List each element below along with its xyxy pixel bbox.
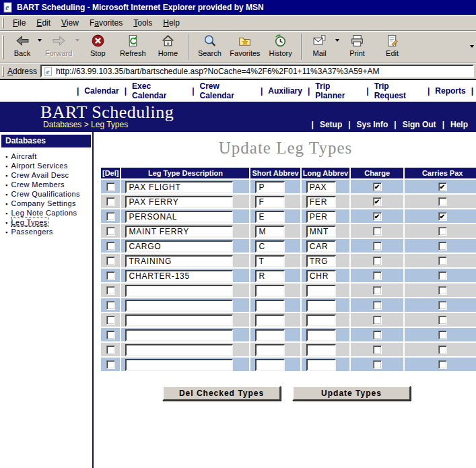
- toolbar-grip[interactable]: [2, 18, 4, 28]
- mail-dropdown-arrow[interactable]: [335, 39, 339, 42]
- toolbar-overflow-arrow[interactable]: [470, 45, 474, 48]
- carries-pax-checkbox[interactable]: [438, 242, 447, 250]
- top-nav-calendar[interactable]: Calendar: [84, 86, 118, 96]
- charge-checkbox[interactable]: [373, 271, 382, 280]
- menu-edit[interactable]: Edit: [31, 17, 56, 30]
- sidebar-item-company-settings[interactable]: ▪Company Settings: [0, 199, 92, 208]
- description-input[interactable]: [125, 270, 233, 282]
- update-types-button[interactable]: Update Types: [292, 386, 411, 401]
- carries-pax-checkbox[interactable]: [438, 301, 447, 310]
- sidebar-item-airport-services[interactable]: ▪Airport Services: [0, 161, 92, 170]
- top-nav-reports[interactable]: Reports: [435, 86, 465, 96]
- del-checkbox[interactable]: [106, 212, 115, 221]
- carries-pax-checkbox[interactable]: [438, 227, 447, 236]
- charge-checkbox[interactable]: [373, 286, 382, 295]
- menu-favorites[interactable]: Favorites: [84, 17, 128, 30]
- charge-checkbox[interactable]: [373, 360, 382, 369]
- history-button[interactable]: History: [263, 31, 298, 63]
- carries-pax-checkbox[interactable]: [438, 345, 447, 354]
- sidebar-item-crew-qualifications[interactable]: ▪Crew Qualifications: [0, 189, 92, 199]
- short-abbrev-input[interactable]: [255, 196, 285, 208]
- print-button[interactable]: Print: [340, 31, 375, 63]
- del-checkbox[interactable]: [106, 286, 115, 295]
- carries-pax-checkbox[interactable]: [438, 212, 447, 221]
- sidebar-item-aircraft[interactable]: ▪Aircraft: [0, 152, 92, 161]
- edit-button[interactable]: Edit: [375, 31, 410, 63]
- long-abbrev-input[interactable]: [306, 359, 336, 371]
- charge-checkbox[interactable]: [373, 182, 382, 191]
- del-checkbox[interactable]: [106, 257, 115, 265]
- carries-pax-checkbox[interactable]: [438, 271, 447, 280]
- charge-checkbox[interactable]: [373, 242, 382, 250]
- long-abbrev-input[interactable]: [306, 285, 336, 297]
- favorites-button[interactable]: Favorites: [227, 31, 263, 63]
- long-abbrev-input[interactable]: [306, 181, 336, 193]
- charge-checkbox[interactable]: [373, 257, 382, 265]
- charge-checkbox[interactable]: [373, 212, 382, 221]
- description-input[interactable]: [125, 196, 233, 208]
- top-nav-auxiliary[interactable]: Auxiliary: [268, 86, 302, 96]
- toolbar-grip[interactable]: [2, 35, 4, 59]
- long-abbrev-input[interactable]: [306, 226, 336, 238]
- top-nav-trip-planner[interactable]: Trip Planner: [315, 81, 361, 100]
- top-nav-trip-request[interactable]: Trip Request: [374, 81, 422, 100]
- description-input[interactable]: [125, 300, 233, 312]
- search-button[interactable]: Search: [192, 31, 227, 63]
- banner-link-sys-info[interactable]: Sys Info: [357, 120, 388, 129]
- short-abbrev-input[interactable]: [255, 329, 285, 341]
- description-input[interactable]: [125, 255, 233, 267]
- menu-view[interactable]: View: [56, 17, 84, 30]
- menu-help[interactable]: Help: [158, 17, 185, 30]
- short-abbrev-input[interactable]: [255, 314, 285, 327]
- top-nav-crew-calendar[interactable]: Crew Calendar: [200, 81, 255, 100]
- description-input[interactable]: [125, 226, 233, 238]
- sidebar-item-crew-avail-desc[interactable]: ▪Crew Avail Desc: [0, 170, 92, 180]
- short-abbrev-input[interactable]: [255, 211, 285, 223]
- sidebar-item-crew-members[interactable]: ▪Crew Members: [0, 180, 92, 189]
- long-abbrev-input[interactable]: [306, 329, 336, 341]
- menu-tools[interactable]: Tools: [128, 17, 158, 30]
- stop-button[interactable]: Stop: [80, 31, 115, 63]
- del-checkbox[interactable]: [106, 271, 115, 280]
- sidebar-item-leg-types[interactable]: ▪Leg Types: [0, 218, 92, 227]
- short-abbrev-input[interactable]: [255, 270, 285, 282]
- long-abbrev-input[interactable]: [306, 300, 336, 312]
- carries-pax-checkbox[interactable]: [438, 331, 447, 339]
- del-checkbox[interactable]: [106, 197, 115, 206]
- mail-button[interactable]: Mail: [305, 31, 340, 63]
- description-input[interactable]: [125, 181, 233, 193]
- toolbar-grip[interactable]: [2, 66, 4, 77]
- long-abbrev-input[interactable]: [306, 196, 336, 208]
- charge-checkbox[interactable]: [373, 227, 382, 236]
- charge-checkbox[interactable]: [373, 301, 382, 310]
- charge-checkbox[interactable]: [373, 197, 382, 206]
- home-button[interactable]: Home: [150, 31, 185, 63]
- charge-checkbox[interactable]: [373, 345, 382, 354]
- refresh-button[interactable]: Refresh: [115, 31, 150, 63]
- long-abbrev-input[interactable]: [306, 344, 336, 356]
- description-input[interactable]: [125, 285, 233, 297]
- del-checkbox[interactable]: [106, 301, 115, 310]
- del-checkbox[interactable]: [106, 227, 115, 236]
- short-abbrev-input[interactable]: [255, 285, 285, 297]
- short-abbrev-input[interactable]: [255, 181, 285, 193]
- description-input[interactable]: [125, 344, 233, 356]
- banner-link-sign-out[interactable]: Sign Out: [403, 120, 436, 129]
- carries-pax-checkbox[interactable]: [438, 257, 447, 265]
- description-input[interactable]: [125, 359, 233, 371]
- carries-pax-checkbox[interactable]: [438, 286, 447, 295]
- sidebar-item-passengers[interactable]: ▪Passengers: [0, 227, 92, 236]
- forward-dropdown-arrow[interactable]: [75, 39, 79, 42]
- del-checkbox[interactable]: [106, 182, 115, 191]
- del-checked-types-button[interactable]: Del Checked Types: [162, 386, 281, 401]
- long-abbrev-input[interactable]: [306, 255, 336, 267]
- sidebar-item-leg-note-captions[interactable]: ▪Leg Note Captions: [0, 208, 92, 218]
- description-input[interactable]: [125, 314, 233, 327]
- carries-pax-checkbox[interactable]: [438, 197, 447, 206]
- banner-link-setup[interactable]: Setup: [320, 120, 342, 129]
- description-input[interactable]: [125, 329, 233, 341]
- short-abbrev-input[interactable]: [255, 300, 285, 312]
- short-abbrev-input[interactable]: [255, 226, 285, 238]
- charge-checkbox[interactable]: [373, 316, 382, 325]
- short-abbrev-input[interactable]: [255, 255, 285, 267]
